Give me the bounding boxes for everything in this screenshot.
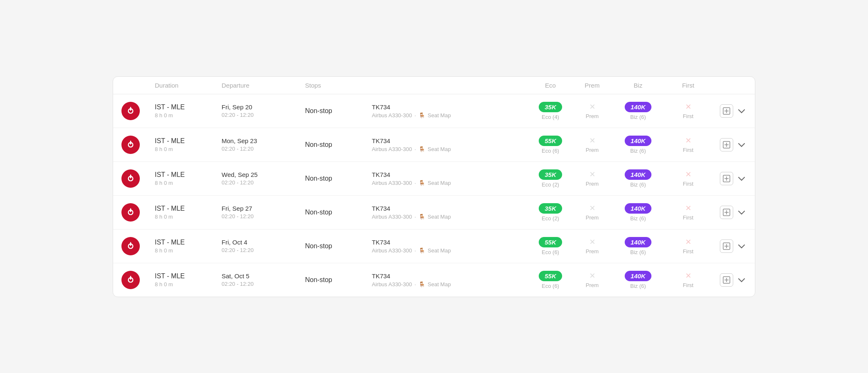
route-sub: 8 h 0 m <box>155 214 222 220</box>
header-stops: Stops <box>305 82 372 89</box>
eco-price-badge[interactable]: 35K <box>539 203 562 214</box>
seat-map-link[interactable]: Seat Map <box>428 247 451 254</box>
route-main: IST - MLE <box>155 137 222 145</box>
chevron-down-button[interactable] <box>737 104 747 117</box>
biz-col: 140K Biz (6) <box>613 102 663 120</box>
table-row: IST - MLE 8 h 0 m Fri, Sep 20 02:20 - 12… <box>113 94 755 128</box>
departure-time: 02:20 - 12:20 <box>222 112 305 118</box>
flight-number: TK734 <box>372 171 530 178</box>
route-sub: 8 h 0 m <box>155 112 222 118</box>
expand-icon <box>723 209 730 216</box>
seat-map-link[interactable]: Seat Map <box>428 146 451 152</box>
airline-logo <box>121 169 155 188</box>
eco-price-badge[interactable]: 55K <box>539 271 562 281</box>
biz-price-badge[interactable]: 140K <box>625 237 651 247</box>
departure-time: 02:20 - 12:20 <box>222 247 305 253</box>
table-row: IST - MLE 8 h 0 m Fri, Sep 27 02:20 - 12… <box>113 196 755 229</box>
departure-col: Fri, Sep 20 02:20 - 12:20 <box>222 103 305 118</box>
aircraft-type: Airbus A330-300 <box>372 112 412 118</box>
table-row: IST - MLE 8 h 0 m Fri, Oct 4 02:20 - 12:… <box>113 229 755 263</box>
route-sub: 8 h 0 m <box>155 281 222 287</box>
flight-info-col: TK734 Airbus A330-300 · 🪑 Seat Map <box>372 171 530 186</box>
expand-button[interactable] <box>720 273 733 287</box>
aircraft-type: Airbus A330-300 <box>372 247 412 254</box>
prem-col: ✕ Prem <box>571 170 613 187</box>
eco-price-badge[interactable]: 35K <box>539 169 562 180</box>
flight-detail: Airbus A330-300 · 🪑 Seat Map <box>372 180 530 186</box>
first-col: ✕ First <box>663 102 713 119</box>
prem-label: Prem <box>585 113 598 119</box>
first-col: ✕ First <box>663 237 713 255</box>
separator: · <box>414 247 416 254</box>
header-departure: Departure <box>222 82 305 89</box>
chevron-down-button[interactable] <box>737 172 747 185</box>
actions-col <box>713 104 747 118</box>
prem-label: Prem <box>585 282 598 288</box>
separator: · <box>414 146 416 152</box>
stops-col: Non-stop <box>305 141 372 149</box>
biz-label: Biz (6) <box>630 114 646 120</box>
biz-label: Biz (6) <box>630 148 646 154</box>
biz-col: 140K Biz (6) <box>613 237 663 255</box>
seat-map-link[interactable]: Seat Map <box>428 180 451 186</box>
stops-col: Non-stop <box>305 209 372 216</box>
expand-button[interactable] <box>720 138 733 151</box>
biz-price-badge[interactable]: 140K <box>625 271 651 281</box>
seat-icon: 🪑 <box>419 247 425 254</box>
seat-icon: 🪑 <box>419 146 425 152</box>
seat-map-link[interactable]: Seat Map <box>428 112 451 118</box>
prem-unavailable-icon: ✕ <box>589 271 595 280</box>
expand-button[interactable] <box>720 239 733 253</box>
biz-price-badge[interactable]: 140K <box>625 136 651 146</box>
first-col: ✕ First <box>663 136 713 153</box>
header-prem: Prem <box>571 82 613 89</box>
prem-unavailable-icon: ✕ <box>589 102 595 111</box>
seat-map-link[interactable]: Seat Map <box>428 281 451 287</box>
biz-price-badge[interactable]: 140K <box>625 102 651 112</box>
eco-price-badge[interactable]: 55K <box>539 237 562 247</box>
expand-icon <box>723 141 730 149</box>
departure-date: Fri, Sep 27 <box>222 205 305 212</box>
eco-label: Eco (2) <box>542 215 559 222</box>
biz-price-badge[interactable]: 140K <box>625 169 651 180</box>
flight-info-col: TK734 Airbus A330-300 · 🪑 Seat Map <box>372 205 530 220</box>
expand-icon <box>723 242 730 250</box>
departure-time: 02:20 - 12:20 <box>222 179 305 186</box>
seat-icon: 🪑 <box>419 281 425 287</box>
flight-detail: Airbus A330-300 · 🪑 Seat Map <box>372 112 530 118</box>
flight-detail: Airbus A330-300 · 🪑 Seat Map <box>372 281 530 287</box>
route-col: IST - MLE 8 h 0 m <box>155 272 222 287</box>
departure-col: Fri, Oct 4 02:20 - 12:20 <box>222 239 305 253</box>
prem-unavailable-icon: ✕ <box>589 136 595 145</box>
airline-logo <box>121 102 155 120</box>
eco-label: Eco (2) <box>542 181 559 188</box>
separator: · <box>414 214 416 220</box>
seat-map-link[interactable]: Seat Map <box>428 214 451 220</box>
header-actions <box>713 82 747 89</box>
aircraft-type: Airbus A330-300 <box>372 281 412 287</box>
separator: · <box>414 180 416 186</box>
header-eco: Eco <box>530 82 571 89</box>
prem-label: Prem <box>585 147 598 153</box>
expand-button[interactable] <box>720 104 733 118</box>
eco-col: 35K Eco (2) <box>530 203 571 222</box>
biz-price-badge[interactable]: 140K <box>625 203 651 214</box>
eco-price-badge[interactable]: 35K <box>539 102 562 112</box>
expand-button[interactable] <box>720 206 733 219</box>
flight-detail: Airbus A330-300 · 🪑 Seat Map <box>372 214 530 220</box>
biz-col: 140K Biz (6) <box>613 271 663 289</box>
biz-label: Biz (6) <box>630 181 646 188</box>
aircraft-type: Airbus A330-300 <box>372 180 412 186</box>
chevron-down-button[interactable] <box>737 138 747 151</box>
seat-icon: 🪑 <box>419 214 425 220</box>
prem-col: ✕ Prem <box>571 102 613 119</box>
table-row: IST - MLE 8 h 0 m Sat, Oct 5 02:20 - 12:… <box>113 263 755 297</box>
eco-price-badge[interactable]: 55K <box>539 136 562 146</box>
chevron-down-button[interactable] <box>737 239 747 252</box>
chevron-down-button[interactable] <box>737 273 747 286</box>
table-header: Duration Departure Stops Eco Prem Biz Fi… <box>113 77 755 94</box>
separator: · <box>414 281 416 287</box>
chevron-down-button[interactable] <box>737 206 747 219</box>
aircraft-type: Airbus A330-300 <box>372 214 412 220</box>
expand-button[interactable] <box>720 172 733 185</box>
